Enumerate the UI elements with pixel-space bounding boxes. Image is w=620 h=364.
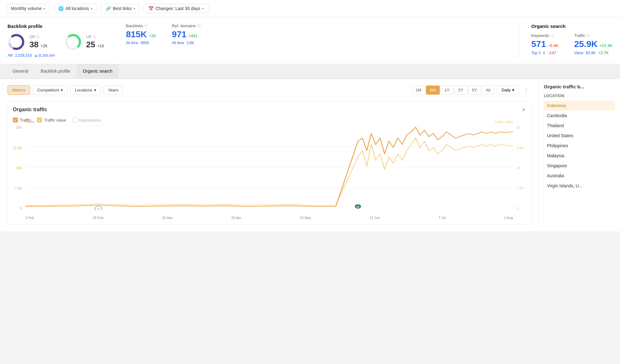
traffic-sub: Value $3.9K +3.7K [574,50,612,55]
backlinks-change: +2K [149,34,156,38]
ref-domains-sub: All time 3.8K [172,41,201,45]
chart-title: Organic traffic [13,107,47,112]
organic-search-label: Organic search [531,23,612,29]
backlink-stats: Backlinks ⓘ 815K +2K All time 885K Ref. … [120,23,201,45]
right-panel-title: Organic traffic b... [544,84,615,89]
chart-section: Organic traffic ∧ Traffic Traffic value [8,101,531,225]
traffic-checkbox[interactable] [13,117,18,122]
location-singapore[interactable]: Singapore [544,161,615,171]
chart-collapse-btn[interactable]: ∧ [522,107,526,112]
changes-btn[interactable]: 📅 Changes: Last 30 days ▾ [144,4,208,13]
ur-info-icon: ⓘ [93,34,96,39]
impressions-checkbox[interactable] [72,117,77,122]
metrics-label: Metrics [12,88,25,92]
backlinks-sub: All time 885K [126,41,156,45]
location-australia[interactable]: Australia [544,171,615,181]
chevron-down-icon: ▾ [134,7,135,10]
traffic-value: 25.9K [574,39,598,49]
ref-domains-info-icon: ⓘ [197,23,201,28]
toolbar: Monthly volume ▾ 🌐 All locations ▾ 🔗 Bes… [0,0,620,17]
time-6m[interactable]: 6M [426,86,440,95]
dr-value: 38 [29,40,39,49]
location-malaysia[interactable]: Malaysia [544,151,615,161]
keywords-metric: Keywords ⓘ 571 –5.4K Top 3 4 –147 [531,33,559,55]
chart-header: Organic traffic ∧ [13,107,526,112]
location-cambodia[interactable]: Cambodia [544,111,615,121]
tab-backlink-profile[interactable]: Backlink profile [34,64,76,79]
tab-general[interactable]: General [6,64,34,79]
traffic-change: +22.4K [599,43,612,48]
donut-group: DR ⓘ 38 +26 AR 2,028,516 ▲16,306,594 [8,33,104,58]
location-united-states[interactable]: United States [544,131,615,141]
competitors-label: Competitors [37,88,59,92]
svg-text:G: G [356,205,360,208]
ref-domains-change: +491 [188,34,197,38]
years-label: Years [108,88,118,92]
chevron-down-icon: ▾ [91,7,92,10]
legend-impressions: Impressions [72,117,101,122]
profile-section: Backlink profile DR ⓘ [0,17,620,64]
time-5y[interactable]: 5Y [468,86,481,95]
time-all[interactable]: All [482,86,494,95]
chart-svg: G 2 [25,126,513,210]
changes-label: Changes: Last 30 days [155,6,200,11]
chart-svg-container: G 2 [25,126,513,210]
svg-text:2: 2 [97,207,100,210]
location-thailand[interactable]: Thailand [544,121,615,131]
daily-btn[interactable]: Daily ▾ [497,86,519,95]
daily-label: Daily [502,88,511,92]
all-locations-btn[interactable]: 🌐 All locations ▾ [54,4,97,13]
keywords-sub: Top 3 4 –147 [531,50,559,55]
years-btn[interactable]: Years [103,85,123,95]
chart-x-labels: 2 Feb 28 Feb 25 Mar 20 Apr 16 May 11 Jun… [25,216,513,220]
location-indonesia[interactable]: Indonesia [544,101,615,111]
location-virgin-islands[interactable]: Virgin Islands, U... [544,181,615,191]
chart-legend: Traffic Traffic value Impressions [13,117,526,122]
impressions-legend-label: Impressions [79,118,101,122]
time-1m[interactable]: 1M [412,86,425,95]
chart-wrapper: Traffic Traffic value 30K 22.5K 15K 7.5K… [13,126,526,220]
metrics-btn[interactable]: Metrics [8,85,30,95]
filter-left: Metrics Competitors ▾ Locations ▾ Years [8,85,123,95]
globe-icon: 🌐 [58,6,64,11]
chart-axis-right-label: Traffic value [495,120,513,124]
link-icon: 🔗 [106,6,111,11]
chevron-down-icon: ▾ [94,88,96,92]
traffic-value-legend-label: Traffic value [44,118,66,122]
dr-change: +26 [40,44,47,48]
best-links-btn[interactable]: 🔗 Best links ▾ [101,4,140,13]
tab-organic-search[interactable]: Organic search [76,64,119,79]
ur-donut-chart [64,33,82,51]
chart-axis-left-label: Traffic [25,120,35,124]
keywords-value: 571 [531,39,546,49]
monthly-volume-btn[interactable]: Monthly volume ▾ [6,4,50,13]
monthly-volume-label: Monthly volume [11,6,42,11]
dr-label: DR ⓘ [29,34,47,39]
dr-metric: DR ⓘ 38 +26 AR 2,028,516 ▲16,306,594 [8,33,55,58]
keywords-change: –5.4K [548,43,559,48]
content-area: Metrics Competitors ▾ Locations ▾ Years … [0,79,620,231]
backlink-profile-label: Backlink profile [8,23,104,29]
traffic-info-icon: ⓘ [586,33,590,38]
backlinks-value: 815K [126,29,147,39]
chevron-down-icon: ▾ [61,88,63,92]
main-panel: Metrics Competitors ▾ Locations ▾ Years … [0,79,539,231]
all-locations-label: All locations [66,6,89,11]
chart-y-right: 6K 4.5K 3K 1.5K 0 [515,126,526,210]
time-group: 1M 6M 1Y 2Y 5Y All [412,86,494,95]
traffic-value-checkbox[interactable] [37,117,42,122]
competitors-btn[interactable]: Competitors ▾ [33,85,68,95]
ref-domains-metric: Ref. domains ⓘ 971 +491 All time 3.8K [172,23,201,45]
legend-traffic-value: Traffic value [37,117,66,122]
dr-donut-chart [8,33,25,51]
ur-value: 25 [86,40,95,49]
ur-metric: UR ⓘ 25 +16 [64,33,104,52]
time-1y[interactable]: 1Y [440,86,454,95]
traffic-metric: Traffic ⓘ 25.9K +22.4K Value $3.9K +3.7K [574,33,612,55]
ur-change: +16 [97,44,104,48]
chart-y-left: 30K 22.5K 15K 7.5K 0 [13,126,24,210]
more-options-btn[interactable]: ⋮ [522,86,531,95]
time-2y[interactable]: 2Y [454,86,467,95]
locations-btn[interactable]: Locations ▾ [70,85,101,95]
location-philippines[interactable]: Philippines [544,141,615,151]
